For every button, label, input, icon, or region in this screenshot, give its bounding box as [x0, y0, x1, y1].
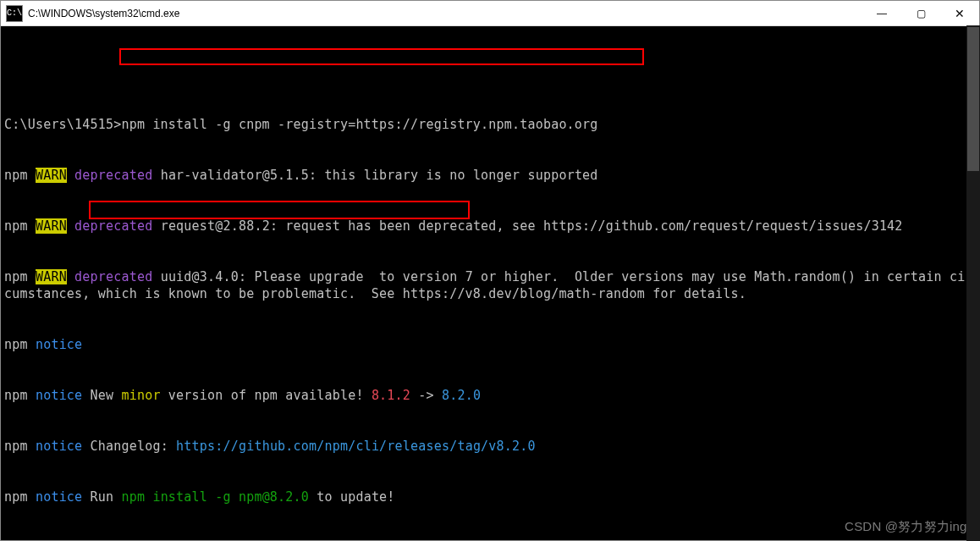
notice-label: notice	[36, 388, 82, 403]
msg: har-validator@5.1.5: this library is no …	[152, 168, 597, 183]
close-button[interactable]: ✕	[940, 1, 979, 25]
cmd-icon: C:\	[6, 5, 23, 22]
arrow: ->	[410, 388, 442, 403]
terminal-line: npm WARN deprecated uuid@3.4.0: Please u…	[4, 268, 976, 302]
msg: Run	[82, 489, 121, 505]
deprecated-label: deprecated	[67, 269, 153, 284]
terminal-line: npm WARN deprecated har-validator@5.1.5:…	[4, 167, 976, 184]
deprecated-label: deprecated	[67, 218, 153, 234]
terminal-line: npm notice New minor version of npm avai…	[4, 387, 976, 404]
msg: Changelog:	[82, 439, 176, 454]
msg: version of npm available!	[161, 388, 372, 403]
terminal-line: npm notice	[4, 336, 976, 353]
watermark: CSDN @努力努力ing!	[845, 518, 971, 535]
prompt-line: C:\Users\14515>npm install -g cnpm -regi…	[4, 116, 976, 133]
terminal-output[interactable]: C:\Users\14515>npm install -g cnpm -regi…	[1, 26, 979, 540]
cmd-window: C:\ C:\WINDOWS\system32\cmd.exe — ▢ ✕ C:…	[0, 0, 980, 541]
deprecated-label: deprecated	[67, 168, 153, 183]
terminal-line: npm notice	[4, 539, 976, 540]
warn-badge: WARN	[36, 168, 67, 183]
notice-label: notice	[36, 337, 82, 352]
minimize-button[interactable]: —	[862, 1, 901, 25]
highlight-box-1	[119, 48, 644, 65]
terminal-line: npm notice Run npm install -g npm@8.2.0 …	[4, 489, 976, 505]
npm-label: npm	[4, 269, 36, 284]
scrollbar-vertical[interactable]	[966, 25, 980, 541]
npm-label: npm	[4, 439, 36, 454]
command: npm install -g cnpm -registry=https://re…	[121, 117, 597, 132]
new-version: 8.2.0	[442, 388, 481, 403]
update-cmd: npm install -g npm@8.2.0	[121, 489, 309, 505]
npm-label: npm	[4, 337, 36, 352]
window-controls: — ▢ ✕	[862, 1, 979, 25]
notice-label: notice	[36, 439, 82, 454]
terminal-line: npm WARN deprecated request@2.88.2: requ…	[4, 218, 976, 235]
highlight-box-2	[89, 201, 470, 219]
npm-label: npm	[4, 168, 36, 183]
msg: request@2.88.2: request has been depreca…	[152, 218, 902, 234]
maximize-button[interactable]: ▢	[901, 1, 940, 25]
msg: to update!	[309, 489, 395, 505]
warn-badge: WARN	[36, 269, 67, 284]
warn-badge: WARN	[36, 218, 67, 234]
npm-label: npm	[4, 218, 36, 234]
terminal-line	[4, 65, 976, 82]
changelog-link: https://github.com/npm/cli/releases/tag/…	[176, 439, 536, 454]
minor-label: minor	[121, 388, 160, 403]
window-title: C:\WINDOWS\system32\cmd.exe	[28, 8, 862, 19]
notice-label: notice	[36, 489, 82, 505]
prompt: C:\Users\14515>	[4, 117, 121, 132]
old-version: 8.1.2	[372, 388, 410, 403]
terminal-line: npm notice Changelog: https://github.com…	[4, 438, 976, 455]
npm-label: npm	[4, 388, 36, 403]
scrollbar-thumb[interactable]	[967, 27, 979, 171]
titlebar[interactable]: C:\ C:\WINDOWS\system32\cmd.exe — ▢ ✕	[1, 1, 979, 26]
npm-label: npm	[4, 489, 36, 505]
msg: New	[82, 388, 121, 403]
